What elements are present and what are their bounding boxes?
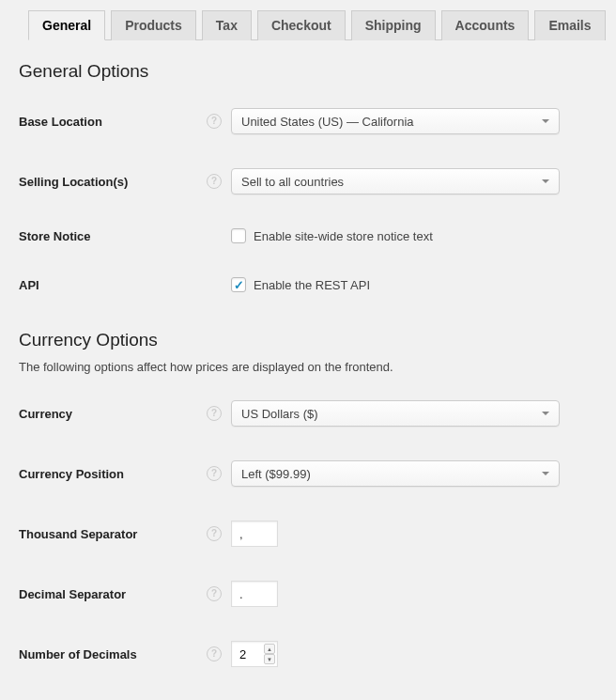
stepper-down-icon[interactable]: ▼ <box>264 654 275 664</box>
currency-options-description: The following options affect how prices … <box>19 360 597 374</box>
currency-position-label: Currency Position <box>19 467 207 481</box>
tab-tax[interactable]: Tax <box>202 10 252 40</box>
general-options-heading: General Options <box>19 61 597 82</box>
tab-accounts[interactable]: Accounts <box>441 10 530 40</box>
stepper-up-icon[interactable]: ▲ <box>264 644 275 654</box>
help-icon[interactable]: ? <box>207 586 222 601</box>
help-icon[interactable]: ? <box>207 466 222 481</box>
tab-products[interactable]: Products <box>111 10 196 40</box>
currency-value: US Dollars ($) <box>241 407 318 421</box>
base-location-select[interactable]: United States (US) — California <box>231 108 560 134</box>
store-notice-checkbox-label[interactable]: Enable site-wide store notice text <box>254 229 433 243</box>
settings-tabs: General Products Tax Checkout Shipping A… <box>28 0 597 40</box>
number-of-decimals-stepper[interactable]: ▲ ▼ <box>231 641 278 667</box>
help-icon[interactable]: ? <box>207 526 222 541</box>
thousand-separator-label: Thousand Separator <box>19 527 207 541</box>
tab-shipping[interactable]: Shipping <box>351 10 436 40</box>
tab-checkout[interactable]: Checkout <box>257 10 346 40</box>
store-notice-checkbox[interactable] <box>231 228 246 243</box>
api-label: API <box>19 278 207 292</box>
store-notice-label: Store Notice <box>19 229 207 243</box>
chevron-down-icon <box>542 472 549 475</box>
selling-locations-value: Sell to all countries <box>241 175 344 189</box>
tab-emails[interactable]: Emails <box>534 10 605 40</box>
currency-label: Currency <box>19 407 207 421</box>
api-checkbox[interactable] <box>231 277 246 292</box>
number-of-decimals-input[interactable] <box>232 647 260 661</box>
api-checkbox-label[interactable]: Enable the REST API <box>254 278 370 292</box>
number-of-decimals-label: Number of Decimals <box>19 647 207 661</box>
help-icon[interactable]: ? <box>207 646 222 661</box>
chevron-down-icon <box>542 179 549 183</box>
chevron-down-icon <box>542 119 549 123</box>
selling-locations-label: Selling Location(s) <box>19 175 207 189</box>
help-icon[interactable]: ? <box>207 114 222 129</box>
currency-position-value: Left ($99.99) <box>241 467 311 481</box>
base-location-value: United States (US) — California <box>241 115 414 129</box>
help-icon[interactable]: ? <box>207 174 222 189</box>
currency-position-select[interactable]: Left ($99.99) <box>231 460 560 487</box>
selling-locations-select[interactable]: Sell to all countries <box>231 168 560 194</box>
currency-select[interactable]: US Dollars ($) <box>231 400 560 427</box>
tab-general[interactable]: General <box>28 10 105 40</box>
decimal-separator-label: Decimal Separator <box>19 587 207 601</box>
chevron-down-icon <box>542 412 549 415</box>
currency-options-heading: Currency Options <box>19 330 597 350</box>
thousand-separator-input[interactable] <box>231 521 278 547</box>
decimal-separator-input[interactable] <box>231 581 278 607</box>
help-icon[interactable]: ? <box>207 406 222 421</box>
base-location-label: Base Location <box>19 115 207 129</box>
